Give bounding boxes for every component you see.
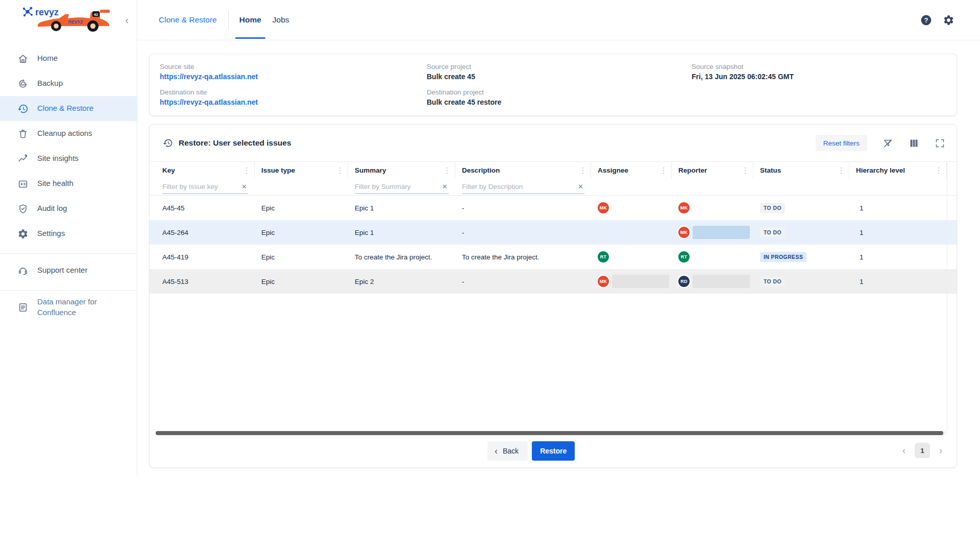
sidebar-group: HomeBackupClone & RestoreCleanup actions… <box>0 46 137 246</box>
cell-status: TO DO <box>753 227 849 237</box>
reset-filters-button[interactable]: Reset filters <box>816 135 867 151</box>
cell-reporter: RD <box>672 275 753 288</box>
cell-issue-type: Epic <box>255 278 348 285</box>
sidebar-item-cleanup-actions[interactable]: Cleanup actions <box>0 121 137 146</box>
table-row[interactable]: A45-45EpicEpic 1-MKMKTO DO1 <box>150 196 957 220</box>
filter-input-key[interactable] <box>162 183 240 190</box>
cell-key: A45-264 <box>156 229 255 236</box>
column-header-hierarchy-level[interactable]: Hierarchy level⋮ <box>849 162 947 179</box>
molecule-icon <box>23 7 33 17</box>
column-label: Key <box>162 166 175 174</box>
audit-log-icon <box>17 203 29 215</box>
sidebar-nav: HomeBackupClone & RestoreCleanup actions… <box>0 40 137 320</box>
back-button-label: Back <box>503 447 519 455</box>
sidebar-item-audit-log[interactable]: Audit log <box>0 196 137 221</box>
column-header-reporter[interactable]: Reporter⋮ <box>672 162 753 179</box>
column-header-key[interactable]: Key⋮ <box>156 162 255 179</box>
sidebar-collapse-button[interactable]: ‹ <box>125 15 129 25</box>
snapshot-info-panel: Source sitehttps://revyz-qa.atlassian.ne… <box>149 54 957 116</box>
cell-hierarchy-level: 1 <box>849 229 947 236</box>
cell-status: IN PROGRESS <box>753 252 849 262</box>
table-footer: ‹ Back Restore ‹ 1 › <box>150 434 957 467</box>
column-header-description[interactable]: Description⋮ <box>455 162 591 179</box>
column-menu-icon[interactable]: ⋮ <box>836 166 847 175</box>
sidebar-item-label: Audit log <box>37 203 67 213</box>
clear-filter-icon[interactable]: ✕ <box>441 183 449 190</box>
column-menu-icon[interactable]: ⋮ <box>933 166 944 175</box>
column-menu-icon[interactable]: ⋮ <box>740 166 751 175</box>
tab-home[interactable]: Home <box>234 0 267 40</box>
topbar-divider <box>228 11 229 29</box>
filter-input-summary[interactable] <box>355 183 441 190</box>
column-header-summary[interactable]: Summary⋮ <box>348 162 455 179</box>
hierarchy-value: 1 <box>856 253 864 261</box>
table-row[interactable]: A45-419EpicTo create the Jira project.To… <box>150 245 957 269</box>
next-page-icon[interactable]: › <box>939 446 942 455</box>
column-menu-icon[interactable]: ⋮ <box>442 166 453 175</box>
page-number[interactable]: 1 <box>915 443 930 458</box>
field-value-link[interactable]: https://revyz-qa.atlassian.net <box>160 73 258 81</box>
info-field-source-snapshot: Source snapshotFri, 13 Jun 2025 06:02:45… <box>692 63 794 81</box>
sidebar-item-label: Backup <box>37 78 63 88</box>
sidebar-item-support-center[interactable]: Support center <box>0 258 137 283</box>
cell-summary: To create the Jira project. <box>348 253 455 261</box>
restore-button[interactable]: Restore <box>532 441 575 461</box>
avatar-rt: RT <box>678 251 690 263</box>
support-icon <box>17 265 29 276</box>
filter-off-icon[interactable] <box>883 138 893 149</box>
avatar-rd: RD <box>678 276 690 287</box>
sidebar-item-clone-restore[interactable]: Clone & Restore <box>0 96 137 121</box>
sidebar-item-site-insights[interactable]: Site insights <box>0 146 137 171</box>
filter-input-description[interactable] <box>462 183 577 190</box>
column-menu-icon[interactable]: ⋮ <box>658 166 669 175</box>
status-badge: TO DO <box>760 203 785 213</box>
column-header-status[interactable]: Status⋮ <box>753 162 849 179</box>
sidebar-item-home[interactable]: Home <box>0 46 137 71</box>
cell-issue-type: Epic <box>255 229 348 236</box>
column-menu-icon[interactable]: ⋮ <box>334 166 346 175</box>
info-column: Source snapshotFri, 13 Jun 2025 06:02:45… <box>692 63 794 88</box>
sidebar-item-data-manager-for-confluence[interactable]: Data manager for Confluence <box>0 295 137 320</box>
cell-key: A45-513 <box>156 278 255 285</box>
filter-cell-key: ✕ <box>156 180 255 194</box>
app-window: revyz 42 REVYZ ‹ HomeBackupClone & Resto… <box>0 0 980 548</box>
revyz-logo[interactable]: revyz 42 REVYZ <box>21 5 121 36</box>
column-header-assignee[interactable]: Assignee⋮ <box>591 162 672 179</box>
table-row[interactable]: A45-513EpicEpic 2-MKRDTO DO1 <box>150 269 957 294</box>
chevron-left-icon: ‹ <box>495 446 498 456</box>
tab-jobs[interactable]: Jobs <box>267 0 295 40</box>
sidebar-item-backup[interactable]: Backup <box>0 71 137 96</box>
prev-page-icon[interactable]: ‹ <box>902 446 905 455</box>
back-button[interactable]: ‹ Back <box>487 441 528 461</box>
cell-hierarchy-level: 1 <box>849 204 947 212</box>
column-label: Assignee <box>598 166 628 174</box>
table-body: A45-45EpicEpic 1-MKMKTO DO1A45-264EpicEp… <box>150 196 957 294</box>
table-right-edge <box>947 161 947 431</box>
column-menu-icon[interactable]: ⋮ <box>241 166 252 175</box>
redacted-name-block <box>693 226 750 239</box>
column-header-issue-type[interactable]: Issue type⋮ <box>255 162 348 179</box>
sidebar-item-site-health[interactable]: Site health <box>0 171 137 196</box>
cell-issue-type: Epic <box>255 204 348 212</box>
sidebar-item-settings[interactable]: Settings <box>0 221 137 246</box>
help-circle-icon[interactable]: ? <box>920 14 933 27</box>
sidebar-item-label: Settings <box>37 228 65 239</box>
avatar-mk: MK <box>678 227 690 238</box>
cell-assignee: MK <box>591 275 672 288</box>
sidebar-item-label: Cleanup actions <box>37 128 92 138</box>
hierarchy-value: 1 <box>856 229 864 236</box>
columns-icon[interactable] <box>909 138 919 149</box>
field-value-link[interactable]: https://revyz-qa.atlassian.net <box>160 98 258 106</box>
sidebar-item-label: Clone & Restore <box>37 103 93 113</box>
clear-filter-icon[interactable]: ✕ <box>577 183 584 190</box>
cell-description: To create the Jira project. <box>455 253 591 261</box>
column-menu-icon[interactable]: ⋮ <box>577 166 589 175</box>
avatar-mk: MK <box>598 276 609 287</box>
info-field-destination-site: Destination sitehttps://revyz-qa.atlassi… <box>160 88 258 106</box>
redacted-name-block <box>612 275 669 288</box>
fullscreen-icon[interactable] <box>935 138 945 149</box>
info-field-source-project: Source projectBulk create 45 <box>427 63 501 81</box>
clear-filter-icon[interactable]: ✕ <box>240 183 248 190</box>
gear-icon[interactable] <box>943 14 954 26</box>
table-row[interactable]: A45-264EpicEpic 1-MKTO DO1 <box>150 220 957 245</box>
